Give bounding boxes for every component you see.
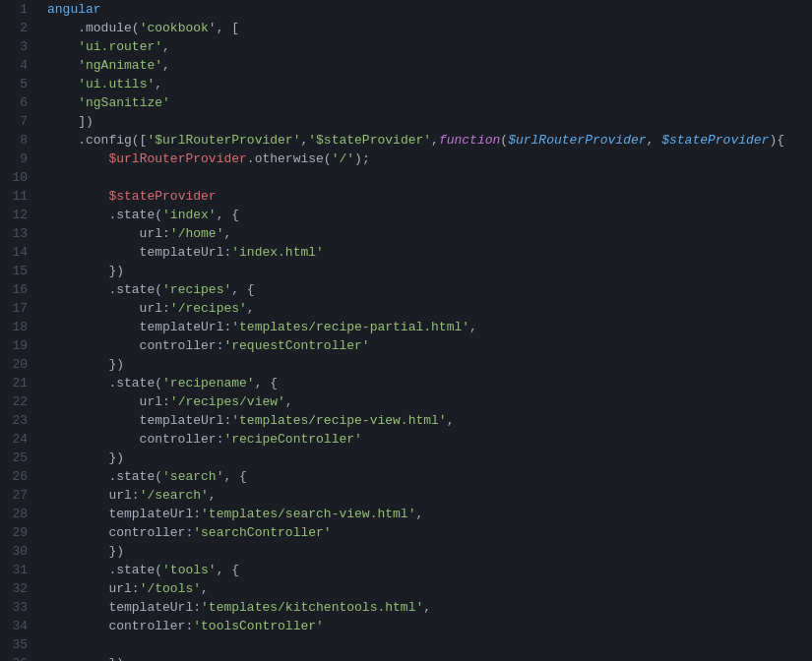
code-segment: ); (354, 151, 370, 166)
code-segment: 'templates/recipe-partial.html' (231, 320, 469, 334)
code-line-17: url:'/recipes', (47, 299, 812, 318)
line-number-25: 25 (8, 449, 28, 467)
line-number-14: 14 (8, 243, 28, 262)
code-segment: 'recipes' (162, 282, 231, 297)
line-number-17: 17 (8, 299, 28, 318)
line-number-23: 23 (8, 411, 28, 430)
line-number-19: 19 (8, 336, 28, 355)
code-segment: , (423, 600, 431, 615)
line-number-35: 35 (8, 635, 28, 654)
code-segment: , { (223, 469, 246, 484)
code-line-16: .state('recipes', { (47, 280, 812, 299)
line-number-30: 30 (8, 542, 28, 561)
code-segment: '/search' (140, 488, 209, 503)
code-segment (47, 151, 108, 166)
code-segment: '/recipes' (170, 301, 247, 316)
code-segment: ]) (47, 114, 94, 129)
code-segment: $urlRouterProvider (108, 151, 246, 166)
code-segment: controller: (47, 525, 193, 540)
code-segment: .state( (47, 563, 162, 577)
line-number-10: 10 (8, 168, 28, 187)
code-line-35 (47, 635, 812, 654)
code-segment: '/home' (170, 226, 224, 241)
code-content: angular .module('cookbook', [ 'ui.router… (35, 0, 812, 661)
line-number-18: 18 (8, 318, 28, 336)
code-segment: 'ui.router' (78, 39, 162, 54)
code-segment: 'cookbook' (140, 21, 217, 35)
code-segment: templateUrl: (47, 245, 231, 260)
code-line-23: templateUrl:'templates/recipe-view.html'… (47, 411, 812, 430)
code-segment: }) (47, 544, 124, 559)
line-number-11: 11 (8, 187, 28, 206)
code-segment: 'templates/search-view.html' (201, 507, 415, 521)
code-segment: '/' (332, 151, 354, 166)
code-editor: 1234567891011121314151617181920212223242… (0, 0, 812, 661)
code-segment (47, 95, 78, 110)
code-segment (47, 39, 78, 54)
code-line-33: templateUrl:'templates/kitchentools.html… (47, 598, 812, 617)
code-segment: 'recipename' (162, 376, 255, 391)
line-number-3: 3 (8, 37, 28, 56)
code-segment: , [ (217, 21, 239, 35)
code-segment: $stateProvider (661, 133, 769, 148)
code-segment: .otherwise( (247, 151, 332, 166)
line-number-29: 29 (8, 523, 28, 542)
code-segment: , (209, 488, 217, 503)
line-number-34: 34 (8, 617, 28, 635)
code-line-5: 'ui.utils', (47, 75, 812, 93)
code-segment: 'searchController' (193, 525, 331, 540)
code-segment: '$urlRouterProvider' (147, 133, 300, 148)
code-segment: , (431, 133, 439, 148)
code-line-1: angular (47, 0, 812, 19)
code-segment: , (447, 413, 455, 428)
code-segment: , { (217, 563, 239, 577)
code-segment: ){ (769, 133, 784, 148)
code-line-3: 'ui.router', (47, 37, 812, 56)
line-number-1: 1 (8, 0, 28, 19)
line-number-36: 36 (8, 654, 28, 661)
code-segment: .module( (47, 21, 140, 35)
code-segment: }) (47, 656, 124, 661)
code-line-22: url:'/recipes/view', (47, 392, 812, 411)
code-segment: url: (47, 488, 140, 503)
code-segment: , (469, 320, 477, 334)
code-line-20: }) (47, 355, 812, 374)
code-line-19: controller:'requestController' (47, 336, 812, 355)
code-line-15: }) (47, 262, 812, 280)
code-segment: '$stateProvider' (308, 133, 431, 148)
code-segment: '/recipes/view' (170, 394, 285, 409)
code-segment: 'index.html' (231, 245, 324, 260)
code-segment: }) (47, 451, 124, 465)
code-line-9: $urlRouterProvider.otherwise('/'); (47, 150, 812, 168)
code-segment: $urlRouterProvider (508, 133, 646, 148)
code-segment: .config([ (47, 133, 147, 148)
code-segment: controller: (47, 338, 223, 353)
line-number-31: 31 (8, 561, 28, 579)
line-number-20: 20 (8, 355, 28, 374)
code-line-28: templateUrl:'templates/search-view.html'… (47, 505, 812, 523)
code-line-6: 'ngSanitize' (47, 93, 812, 112)
line-number-12: 12 (8, 206, 28, 224)
code-segment: templateUrl: (47, 320, 231, 334)
code-line-34: controller:'toolsController' (47, 617, 812, 635)
code-segment: , (415, 507, 423, 521)
line-number-33: 33 (8, 598, 28, 617)
code-line-25: }) (47, 449, 812, 467)
code-segment: .state( (47, 376, 162, 391)
code-segment: , (155, 77, 162, 91)
code-segment: , (223, 226, 231, 241)
code-line-32: url:'/tools', (47, 579, 812, 598)
code-segment: , (162, 39, 170, 54)
code-line-12: .state('index', { (47, 206, 812, 224)
code-segment: controller: (47, 432, 223, 447)
code-segment: , (285, 394, 293, 409)
code-segment: , (162, 58, 170, 73)
code-segment: }) (47, 264, 124, 278)
line-number-27: 27 (8, 486, 28, 505)
line-number-32: 32 (8, 579, 28, 598)
line-number-21: 21 (8, 374, 28, 392)
code-segment: 'recipeController' (223, 432, 361, 447)
code-segment: '/tools' (140, 581, 201, 596)
code-line-11: $stateProvider (47, 187, 812, 206)
code-line-13: url:'/home', (47, 224, 812, 243)
